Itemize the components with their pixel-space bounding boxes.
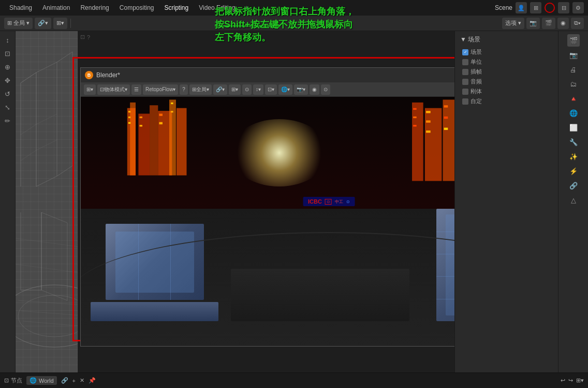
settings-icon[interactable]: ⚙ [572,2,584,13]
prop-label-custom: 自定 [471,97,482,105]
sidebar-scale-icon[interactable]: ⤡ [2,102,13,113]
menu-animation[interactable]: Animation [37,2,75,13]
view-btn[interactable]: ⊞ 全局 ▾ [4,18,33,29]
svg-rect-29 [414,117,417,118]
left-box [106,224,204,300]
layout-icon[interactable]: ⊟ [558,2,569,13]
svg-rect-15 [140,117,142,118]
sidebar-move-icon[interactable]: ✥ [2,75,13,86]
menu-shading[interactable]: Shading [4,2,37,13]
render-icon-btn[interactable]: 📷 [526,18,540,29]
output-props-icon[interactable]: 🖨 [567,63,580,76]
sidebar-cursor-icon[interactable]: ⊕ [2,61,13,73]
menu-scripting[interactable]: Scripting [159,2,194,13]
svg-rect-21 [412,103,423,181]
svg-rect-6 [130,103,136,176]
undo-btn[interactable]: ↩ [561,377,565,384]
world-selector[interactable]: 🌐 World [26,376,57,385]
checkbox-rigidbody[interactable] [462,89,468,95]
render-props-icon[interactable]: 📷 [567,49,580,61]
checkbox-scene[interactable]: ✓ [462,49,468,55]
blender-logo: B [85,71,93,79]
add-workspace-button[interactable]: + [241,2,253,13]
globe-icon: 🌐 [30,377,37,384]
prop-item-keyframe: 插帧 [458,67,555,77]
editor-menu-btn[interactable]: ☰ [131,84,141,95]
checkbox-unit[interactable] [462,59,468,65]
gizmo-btn[interactable]: ⊡▾ [265,84,277,95]
overlay-b-btn[interactable]: 🌐▾ [278,84,292,95]
svg-rect-20 [171,111,173,112]
render-mode-btn[interactable]: ⊙ [321,84,330,95]
view-menu-btn[interactable]: ⊞▾ [84,84,96,95]
layout-bottom-btn[interactable]: ⊞▾ [576,377,584,384]
proportional-btn[interactable]: ⊙ [242,84,252,95]
constraints-icon[interactable]: 🔗 [567,179,580,192]
world-props-icon[interactable]: 🌐 [567,107,580,119]
delete-world-btn[interactable]: ✕ [80,377,84,384]
global-label: 全局 [196,86,207,93]
viewport-shade-btn[interactable]: ◉ [557,18,569,29]
view-global-btn[interactable]: ⊞ 全局 ▾ [189,84,212,95]
viewport-help: ? [87,34,90,40]
svg-rect-17 [159,113,162,116]
snap-grid-btn[interactable]: ⊞▾ [229,84,241,95]
overlay-btn[interactable]: ⧉▾ [571,18,584,29]
view-layer-icon[interactable]: 🗂 [567,78,580,90]
physics-icon[interactable]: ⚡ [567,165,580,177]
select-options-btn[interactable]: 选项 ▾ [502,18,524,29]
add-world-btn[interactable]: + [72,378,76,384]
center-platform [231,269,409,321]
object-props-icon[interactable]: ⬜ [567,121,580,134]
node-editor-btn[interactable]: ⊡ 节点 [4,377,22,384]
prop-label-unit: 单位 [471,58,482,66]
scene-section-header: ▼ 场景 [458,34,555,45]
sidebar-tools-icon[interactable]: ↕ [2,34,13,46]
delete-icon: ✕ [80,377,84,384]
link-btn[interactable]: 🔗 [61,377,68,384]
data-icon[interactable]: △ [567,194,580,206]
help-btn[interactable]: ? [180,84,188,95]
modifier-icon[interactable]: 🔧 [567,136,580,148]
prop-label-scene: 场景 [471,48,482,56]
scene-options-circle[interactable] [545,3,555,13]
retopo-btn[interactable]: RetopoFlow ▾ [143,84,178,95]
svg-rect-30 [414,125,417,126]
view-icon-b: ⊞ [192,87,196,92]
svg-rect-13 [128,117,130,118]
shade-view-btn[interactable]: ◉ [310,84,319,95]
grid-btn[interactable]: ⊞▾ [53,18,67,29]
snap-btn[interactable]: 🔗▾ [35,18,51,29]
redo-btn[interactable]: ↪ [568,377,573,384]
prop-item-unit: 单位 [458,57,555,67]
prop-label-keyframe: 插帧 [471,68,482,76]
scene-props-icon[interactable]: 🎬 [567,34,580,47]
transform-btn[interactable]: ↕▾ [253,84,263,95]
svg-rect-35 [444,117,448,119]
svg-rect-22 [425,108,442,181]
window-icon[interactable]: ⊞ [530,2,541,13]
properties-detail-panel: ▼ 场景 ✓ 场景 单位 插帧 音频 刚体 自定 [454,31,558,372]
bottom-right-controls: ↩ ↪ ⊞▾ [561,377,584,384]
left-box-divider2 [170,224,171,300]
global-arrow: ▾ [207,87,209,92]
camera-icon-btn[interactable]: 🎬 [542,18,555,29]
object-mode-btn[interactable]: ⊡ 物体模式 ▾ [97,84,130,95]
checkbox-keyframe[interactable] [462,69,468,75]
user-icon[interactable]: 👤 [516,2,527,13]
sidebar-rotate-icon[interactable]: ↺ [2,88,13,99]
pivot-btn[interactable]: 🔗▾ [213,84,227,95]
svg-line-4 [23,321,85,326]
scene-props-icon2[interactable]: 🔺 [567,92,580,105]
menu-rendering[interactable]: Rendering [75,2,114,13]
checkbox-audio[interactable] [462,79,468,85]
menu-video-editing[interactable]: Video Editing [194,2,241,13]
sidebar-select-icon[interactable]: ⊡ [2,48,13,59]
camera-view-btn[interactable]: 📷▾ [294,84,308,95]
particles-icon[interactable]: ✨ [567,150,580,163]
pin-world-btn[interactable]: 📌 [89,377,96,384]
dropdown-icon: ▾ [26,20,30,26]
sidebar-annotation-icon[interactable]: ✏ [2,115,13,126]
menu-compositing[interactable]: Compositing [114,2,159,13]
checkbox-custom[interactable] [462,98,468,105]
